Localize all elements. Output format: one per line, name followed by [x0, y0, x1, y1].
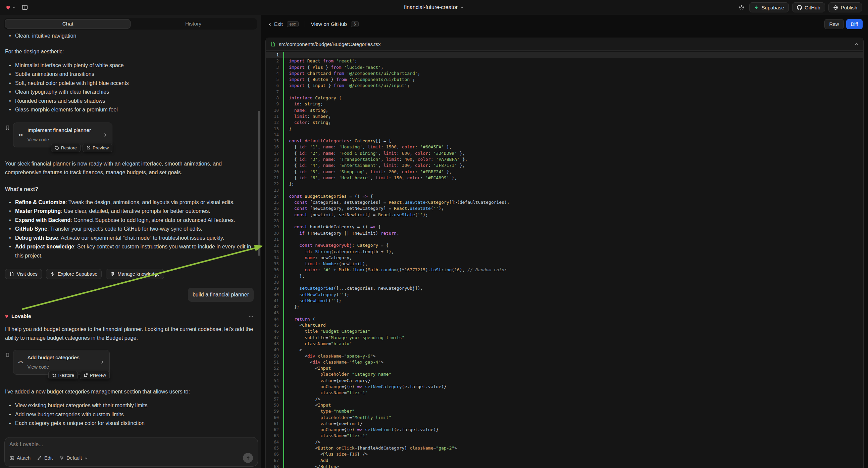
code-line-6[interactable]: 6import { Input } from '@/components/ui/…	[266, 83, 863, 89]
code-line-13[interactable]: 13}	[266, 126, 863, 132]
attach-button[interactable]: Attach	[9, 455, 31, 461]
code-line-2[interactable]: 2import React from 'react';	[266, 58, 863, 64]
code-line-3[interactable]: 3import { Plus } from 'lucide-react';	[266, 64, 863, 70]
restore-button[interactable]: Restore	[48, 371, 78, 379]
code-line-67[interactable]: 67 Add	[266, 458, 863, 464]
code-line-16[interactable]: 16 { id: '1', name: 'Housing', limit: 15…	[266, 144, 863, 150]
code-line-29[interactable]: 29 const handleAddCategory = () => {	[266, 224, 863, 230]
code-line-25[interactable]: 25 const [categories, setCategories] = R…	[266, 199, 863, 205]
code-line-7[interactable]: 7	[266, 89, 863, 95]
code-line-19[interactable]: 19 { id: '4', name: 'Entertainment', lim…	[266, 163, 863, 169]
code-line-38[interactable]: 38	[266, 279, 863, 285]
code-line-39[interactable]: 39 setCategories([...categories, newCate…	[266, 285, 863, 291]
code-line-40[interactable]: 40 setNewCategory('');	[266, 292, 863, 298]
diff-button[interactable]: Diff	[846, 19, 863, 29]
code-line-61[interactable]: 61 value={newLimit}	[266, 421, 863, 427]
code-line-21[interactable]: 21 { id: '6', name: 'Healthcare', limit:…	[266, 175, 863, 181]
code-line-66[interactable]: 66 <Plus size={16} />	[266, 451, 863, 457]
code-line-26[interactable]: 26 const [newCategory, setNewCategory] =…	[266, 205, 863, 211]
raw-button[interactable]: Raw	[825, 19, 843, 29]
code-line-54[interactable]: 54 value={newCategory}	[266, 378, 863, 384]
toggle-sidebar-button[interactable]	[21, 3, 29, 12]
code-line-51[interactable]: 51 <div className="flex gap-4">	[266, 359, 863, 365]
code-line-46[interactable]: 46 title="Budget Categories"	[266, 328, 863, 334]
code-line-53[interactable]: 53 placeholder="Category name"	[266, 371, 863, 377]
code-line-8[interactable]: 8interface Category {	[266, 95, 863, 101]
code-line-10[interactable]: 10 name: string;	[266, 108, 863, 114]
code-line-68[interactable]: 68 </Button>	[266, 464, 863, 468]
exit-button[interactable]: Exit	[268, 21, 283, 27]
code-line-43[interactable]: 43	[266, 310, 863, 316]
collapse-file-button[interactable]	[854, 42, 859, 46]
code-line-55[interactable]: 55 onChange={(e) => setNewCategory(e.tar…	[266, 384, 863, 390]
code-line-1[interactable]: 1	[266, 52, 863, 58]
code-line-14[interactable]: 14	[266, 132, 863, 138]
code-line-17[interactable]: 17 { id: '2', name: 'Food & Dining', lim…	[266, 150, 863, 156]
code-line-42[interactable]: 42 };	[266, 304, 863, 310]
visit-docs-button[interactable]: Visit docs	[5, 269, 42, 279]
code-line-64[interactable]: 64 />	[266, 439, 863, 445]
code-line-4[interactable]: 4import ChartCard from '@/components/ui/…	[266, 70, 863, 77]
bookmark-icon[interactable]	[5, 352, 10, 357]
code-line-36[interactable]: 36 color: '#' + Math.floor(Math.random()…	[266, 267, 863, 273]
code-line-24[interactable]: 24const BudgetCategories = () => {	[266, 194, 863, 199]
code-line-59[interactable]: 59 type="number"	[266, 408, 863, 414]
code-line-30[interactable]: 30 if (!newCategory || !newLimit) return…	[266, 230, 863, 236]
code-line-45[interactable]: 45 <ChartCard	[266, 322, 863, 328]
code-line-44[interactable]: 44 return (	[266, 316, 863, 322]
lovable-logo-menu[interactable]: ♥	[6, 4, 16, 11]
github-button[interactable]: GitHub	[792, 2, 825, 12]
code-line-47[interactable]: 47 subtitle="Manage your spending limits…	[266, 335, 863, 341]
view-code-link[interactable]: View code	[28, 135, 91, 144]
code-line-32[interactable]: 32 const newCategoryObj: Category = {	[266, 242, 863, 248]
code-line-33[interactable]: 33 id: String(categories.length + 1),	[266, 249, 863, 255]
code-line-57[interactable]: 57 />	[266, 396, 863, 402]
code-line-48[interactable]: 48 className="h-auto"	[266, 341, 863, 347]
bookmark-icon[interactable]	[5, 125, 10, 130]
file-header[interactable]: src/components/budget/BudgetCategories.t…	[266, 38, 863, 51]
code-line-11[interactable]: 11 limit: number;	[266, 114, 863, 119]
code-line-35[interactable]: 35 limit: Number(newLimit),	[266, 261, 863, 267]
code-line-60[interactable]: 60 placeholder="Monthly limit"	[266, 415, 863, 421]
chat-scrollbar[interactable]	[258, 111, 260, 256]
code-line-31[interactable]: 31	[266, 236, 863, 242]
code-line-34[interactable]: 34 name: newCategory,	[266, 255, 863, 261]
settings-button[interactable]	[737, 3, 746, 12]
chat-input[interactable]	[9, 441, 253, 447]
project-switcher[interactable]: financial-future-creator	[404, 4, 464, 10]
code-line-49[interactable]: 49 >	[266, 347, 863, 353]
tab-chat[interactable]: Chat	[5, 19, 130, 29]
explore-supabase-button[interactable]: Explore Supabase	[46, 269, 102, 279]
restore-button[interactable]: Restore	[51, 144, 81, 152]
code-line-58[interactable]: 58 <Input	[266, 402, 863, 408]
code-line-12[interactable]: 12 color: string;	[266, 119, 863, 125]
view-code-link[interactable]: View code	[28, 362, 80, 371]
code-line-37[interactable]: 37 };	[266, 273, 863, 279]
chat-mode-selector[interactable]: Default	[59, 455, 88, 461]
send-button[interactable]	[243, 453, 253, 463]
code-line-27[interactable]: 27 const [newLimit, setNewLimit] = React…	[266, 212, 863, 218]
code-line-52[interactable]: 52 <Input	[266, 365, 863, 371]
code-line-56[interactable]: 56 className="flex-1"	[266, 390, 863, 396]
publish-button[interactable]: Publish	[829, 2, 862, 12]
code-line-15[interactable]: 15const defaultCategories: Category[] = …	[266, 138, 863, 144]
code-line-62[interactable]: 62 onChange={(e) => setNewLimit(e.target…	[266, 427, 863, 433]
code-line-23[interactable]: 23	[266, 187, 863, 194]
chat-message-list[interactable]: Clean, intuitive navigation For the desi…	[0, 30, 261, 468]
manage-knowledge-button[interactable]: Manage knowledge	[106, 269, 164, 279]
code-line-50[interactable]: 50 <div className="space-y-6">	[266, 353, 863, 359]
supabase-button[interactable]: Supabase	[749, 2, 789, 12]
code-line-63[interactable]: 63 className="flex-1"	[266, 433, 863, 439]
code-line-20[interactable]: 20 { id: '5', name: 'Shopping', limit: 2…	[266, 169, 863, 175]
preview-button[interactable]: Preview	[80, 371, 110, 379]
code-line-22[interactable]: 22];	[266, 181, 863, 187]
edit-button[interactable]: Edit	[37, 455, 53, 461]
code-line-65[interactable]: 65 <Button onClick={handleAddCategory} c…	[266, 445, 863, 451]
tab-history[interactable]: History	[130, 19, 256, 29]
code-line-9[interactable]: 9 id: string;	[266, 101, 863, 107]
code-line-41[interactable]: 41 setNewLimit('');	[266, 298, 863, 304]
code-line-28[interactable]: 28	[266, 218, 863, 224]
view-on-github-button[interactable]: View on GitHub	[311, 21, 347, 27]
more-options-button[interactable]	[248, 314, 254, 319]
code-line-18[interactable]: 18 { id: '3', name: 'Transportation', li…	[266, 156, 863, 163]
